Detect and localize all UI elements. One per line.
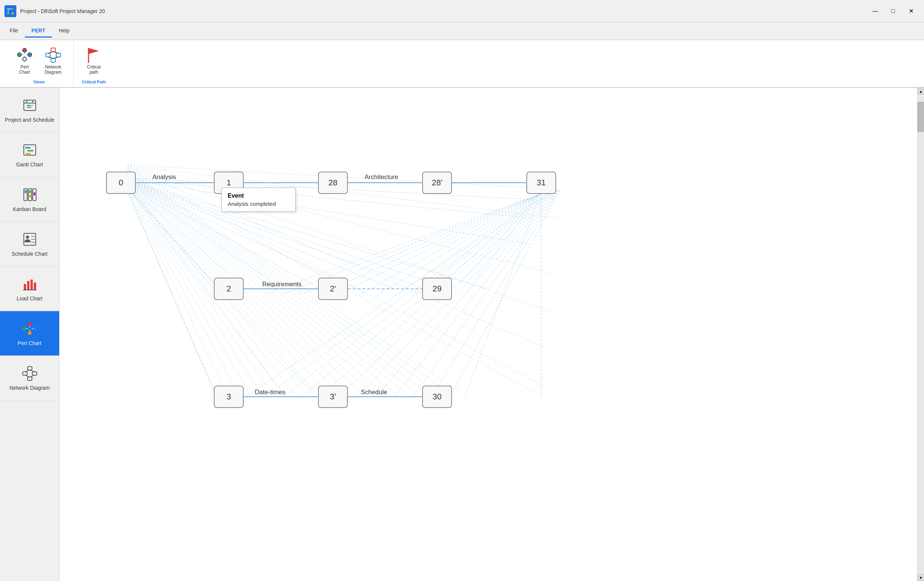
svg-line-126 [394, 190, 558, 397]
ribbon-critical-path-button[interactable]: Criticalpath [81, 43, 106, 78]
ribbon-views-label: Views [33, 78, 45, 84]
schedule-chart-icon [21, 230, 39, 248]
svg-rect-17 [51, 48, 55, 52]
svg-point-47 [26, 236, 29, 238]
app-icon [5, 5, 16, 17]
svg-point-31 [26, 101, 28, 103]
node-3[interactable]: 3 [214, 386, 244, 408]
svg-point-32 [32, 101, 33, 103]
sidebar-item-gantt-chart[interactable]: Gantt Chart [0, 132, 59, 177]
canvas-area: 0 1 28 28' 31 2 2' 29 3 3' 30 Analysis A… [59, 88, 917, 581]
node-30[interactable]: 30 [422, 386, 452, 408]
svg-line-23 [48, 57, 53, 58]
minimize-button[interactable]: — [867, 5, 884, 17]
svg-point-9 [23, 57, 26, 61]
network-diagram-ribbon-icon [45, 46, 61, 63]
scroll-up-button[interactable]: ▲ [918, 88, 924, 94]
svg-line-22 [53, 52, 58, 53]
svg-line-131 [126, 186, 227, 393]
label-datetimes: Date-times [255, 389, 285, 396]
svg-marker-25 [89, 48, 99, 54]
svg-rect-18 [46, 53, 50, 57]
ribbon-network-diagram-label: NetworkDiagram [45, 65, 61, 75]
sidebar-item-project-schedule[interactable]: Project and Schedule [0, 88, 59, 132]
scroll-track[interactable] [918, 94, 924, 574]
maximize-button[interactable]: □ [884, 5, 902, 17]
ribbon-network-diagram-button[interactable]: NetworkDiagram [40, 43, 66, 78]
svg-line-118 [246, 190, 552, 397]
scrollbar-right[interactable]: ▲ ▼ [917, 88, 924, 581]
node-28[interactable]: 28 [318, 172, 348, 194]
main-layout: Project and Schedule Gantt Chart [0, 88, 924, 581]
ribbon-group-critical-path: Criticalpath Critical Path [74, 40, 114, 87]
svg-line-130 [125, 187, 214, 389]
window-controls: — □ ✕ [867, 5, 919, 17]
sidebar-item-kanban-board[interactable]: Kanban Board [0, 177, 59, 222]
svg-point-2 [7, 12, 9, 15]
svg-line-88 [128, 190, 214, 283]
svg-rect-37 [28, 150, 33, 151]
svg-rect-66 [32, 372, 37, 375]
node-2[interactable]: 2 [214, 278, 244, 300]
svg-rect-38 [26, 153, 30, 154]
svg-point-59 [28, 331, 31, 335]
svg-line-117 [264, 190, 551, 295]
svg-rect-53 [30, 280, 33, 290]
svg-line-125 [376, 190, 557, 397]
svg-rect-67 [28, 377, 32, 381]
sidebar-item-schedule-chart[interactable]: Schedule Chart [0, 222, 59, 266]
node-29[interactable]: 29 [422, 278, 452, 300]
svg-rect-51 [24, 284, 26, 290]
svg-line-89 [128, 192, 214, 391]
menu-file[interactable]: File [3, 25, 25, 38]
label-analysis: Analysis [152, 174, 176, 181]
network-diagram-sidebar-icon [21, 364, 39, 382]
critical-path-ribbon-icon [86, 46, 102, 63]
scroll-thumb[interactable] [918, 102, 924, 132]
ribbon-critical-path-buttons: Criticalpath [81, 43, 106, 78]
svg-line-21 [48, 52, 53, 53]
node-2p[interactable]: 2' [318, 278, 348, 300]
pert-canvas[interactable]: 0 1 28 28' 31 2 2' 29 3 3' 30 Analysis A… [59, 88, 917, 581]
svg-line-107 [450, 190, 543, 295]
sidebar-item-load-chart[interactable]: Load Chart [0, 266, 59, 311]
sidebar-item-network-diagram[interactable]: Network Diagram [0, 356, 59, 401]
node-31[interactable]: 31 [526, 172, 556, 194]
svg-rect-19 [56, 53, 61, 57]
svg-line-106 [465, 190, 543, 295]
svg-line-100 [128, 180, 487, 289]
svg-point-15 [23, 49, 26, 52]
node-28p[interactable]: 28' [422, 172, 452, 194]
window-title: Project - DlhSoft Project Manager 20 [20, 8, 105, 14]
svg-line-90 [128, 188, 283, 393]
node-0[interactable]: 0 [106, 172, 136, 194]
svg-line-112 [357, 190, 547, 296]
scroll-down-button[interactable]: ▼ [918, 574, 924, 581]
node-3p[interactable]: 3' [318, 386, 348, 408]
menubar: File PERT Help [0, 22, 924, 40]
connections-svg [59, 88, 917, 581]
svg-line-71 [30, 375, 35, 377]
sidebar-gantt-label: Gantt Chart [16, 161, 43, 168]
menu-pert[interactable]: PERT [25, 25, 52, 38]
gantt-chart-icon [21, 141, 39, 159]
svg-line-119 [264, 190, 553, 397]
svg-rect-64 [28, 367, 32, 370]
tooltip-text: Analysis completed [228, 200, 289, 207]
svg-line-129 [450, 190, 560, 397]
ribbon-views-buttons: PertChart NetworkDiagram [12, 43, 66, 78]
svg-line-105 [465, 190, 542, 397]
close-button[interactable]: ✕ [903, 5, 919, 17]
svg-point-56 [23, 327, 26, 331]
svg-point-58 [33, 327, 37, 331]
menu-help[interactable]: Help [52, 25, 76, 38]
sidebar-item-pert-chart[interactable]: Pert Chart [0, 311, 59, 356]
ribbon-pert-chart-button[interactable]: PertChart [12, 43, 37, 78]
svg-line-154 [128, 169, 543, 386]
svg-line-70 [25, 375, 30, 377]
sidebar-project-schedule-label: Project and Schedule [5, 116, 54, 123]
titlebar: Project - DlhSoft Project Manager 20 — □… [0, 0, 924, 22]
svg-point-16 [28, 53, 31, 56]
pert-chart-sidebar-icon [21, 320, 39, 338]
svg-line-124 [357, 190, 556, 397]
